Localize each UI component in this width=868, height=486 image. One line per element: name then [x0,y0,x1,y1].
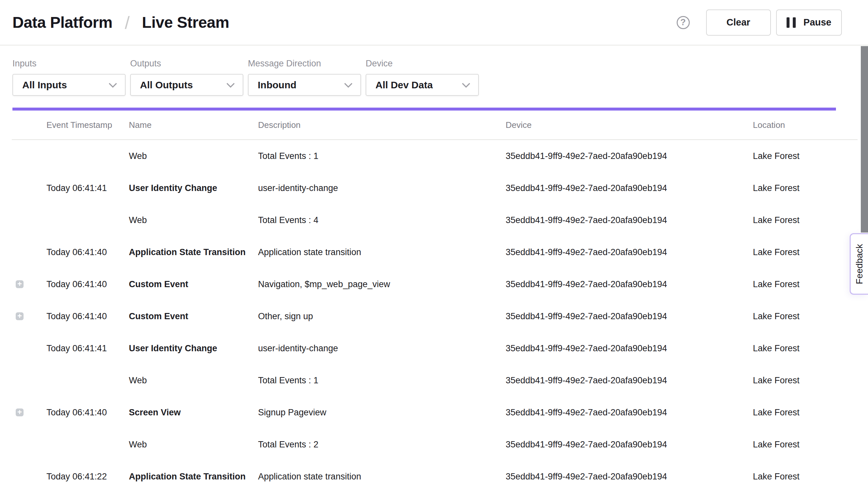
column-header-name: Name [129,120,258,130]
cell-location: Lake Forest [753,247,858,257]
chevron-down-icon [226,80,235,88]
cell-description: user-identity-change [258,343,506,354]
filter-label: Outputs [130,59,243,69]
cell-name: Custom Event [129,311,258,322]
cell-device: 35eddb41-9ff9-49e2-7aed-20afa90eb194 [506,311,753,322]
cell-timestamp: Today 06:41:22 [46,472,129,482]
chevron-down-icon [462,80,470,88]
feedback-tab[interactable]: Feedback [850,233,868,295]
chevron-down-icon [344,80,352,88]
column-header-event-timestamp: Event Timestamp [46,120,129,130]
cell-location: Lake Forest [753,375,858,386]
cell-description: Application state transition [258,247,506,257]
cell-description: Signup Pageview [258,407,506,418]
inputs-select[interactable]: All Inputs [12,74,126,96]
cell-timestamp: Today 06:41:40 [46,247,129,257]
cell-device: 35eddb41-9ff9-49e2-7aed-20afa90eb194 [506,472,753,482]
cell-location: Lake Forest [753,215,858,225]
events-table: Event Timestamp Name Description Device … [12,111,858,486]
cell-device: 35eddb41-9ff9-49e2-7aed-20afa90eb194 [506,151,753,161]
pause-button-label: Pause [804,17,831,28]
cell-location: Lake Forest [753,407,858,418]
table-row: Web Total Events : 4 35eddb41-9ff9-49e2-… [12,204,858,236]
device-select-value: All Dev Data [375,80,433,91]
cell-timestamp: Today 06:41:40 [46,407,129,418]
cell-device: 35eddb41-9ff9-49e2-7aed-20afa90eb194 [506,215,753,225]
cell-description: Total Events : 1 [258,375,506,386]
message-direction-select-value: Inbound [258,80,296,91]
cell-description: Total Events : 4 [258,215,506,225]
cell-timestamp: Today 06:41:40 [46,311,129,322]
cell-timestamp: Today 06:41:40 [46,279,129,290]
cell-device: 35eddb41-9ff9-49e2-7aed-20afa90eb194 [506,279,753,290]
cell-description: Other, sign up [258,311,506,322]
table-row: Web Total Events : 1 35eddb41-9ff9-49e2-… [12,364,858,396]
filter-label: Inputs [12,59,126,69]
column-header-description: Description [258,120,506,130]
cell-location: Lake Forest [753,439,858,450]
table-body: Web Total Events : 1 35eddb41-9ff9-49e2-… [12,140,858,486]
table-row: Today 06:41:40 Custom Event Other, sign … [12,300,858,332]
pause-button[interactable]: Pause [776,9,842,36]
table-header: Event Timestamp Name Description Device … [12,111,858,140]
table-row: Today 06:41:22 Application State Transit… [12,460,858,486]
column-header-location: Location [753,120,858,130]
cell-name: Application State Transition [129,247,258,257]
cell-device: 35eddb41-9ff9-49e2-7aed-20afa90eb194 [506,407,753,418]
table-row: Today 06:41:40 Screen View Signup Pagevi… [12,396,858,428]
breadcrumb-item-data-platform[interactable]: Data Platform [12,13,113,31]
table-row: Today 06:41:40 Custom Event Navigation, … [12,268,858,300]
filter-inputs: Inputs All Inputs [12,59,126,96]
filters-bar: Inputs All Inputs Outputs All Outputs Me… [0,45,868,96]
filter-device: Device All Dev Data [366,59,479,96]
cell-location: Lake Forest [753,183,858,193]
outputs-select-value: All Outputs [140,80,193,91]
column-header-device: Device [506,120,753,130]
cell-timestamp: Today 06:41:41 [46,183,129,193]
breadcrumb-separator-icon: / [125,12,130,33]
cell-location: Lake Forest [753,151,858,161]
table-row: Web Total Events : 1 35eddb41-9ff9-49e2-… [12,140,858,172]
cell-location: Lake Forest [753,279,858,290]
cell-name: Custom Event [129,279,258,290]
expand-row-icon[interactable] [16,408,24,416]
table-row: Web Total Events : 2 35eddb41-9ff9-49e2-… [12,428,858,460]
breadcrumb-item-live-stream: Live Stream [142,13,229,31]
chevron-down-icon [108,80,117,88]
cell-location: Lake Forest [753,311,858,322]
breadcrumb: Data Platform / Live Stream [12,12,229,33]
cell-description: Navigation, $mp_web_page_view [258,279,506,290]
cell-device: 35eddb41-9ff9-49e2-7aed-20afa90eb194 [506,343,753,354]
cell-device: 35eddb41-9ff9-49e2-7aed-20afa90eb194 [506,439,753,450]
cell-device: 35eddb41-9ff9-49e2-7aed-20afa90eb194 [506,183,753,193]
cell-name: User Identity Change [129,183,258,193]
cell-name: Web [129,151,258,161]
cell-description: Total Events : 1 [258,151,506,161]
clear-button[interactable]: Clear [706,9,771,36]
cell-location: Lake Forest [753,472,858,482]
cell-description: Total Events : 2 [258,439,506,450]
filter-label: Device [366,59,479,69]
topbar-actions: ? Clear Pause [677,9,842,36]
filter-message-direction: Message Direction Inbound [248,59,361,96]
filter-outputs: Outputs All Outputs [130,59,243,96]
device-select[interactable]: All Dev Data [366,74,479,96]
cell-name: Web [129,375,258,386]
cell-device: 35eddb41-9ff9-49e2-7aed-20afa90eb194 [506,247,753,257]
cell-location: Lake Forest [753,343,858,354]
outputs-select[interactable]: All Outputs [130,74,243,96]
cell-name: User Identity Change [129,343,258,354]
expand-row-icon[interactable] [16,280,24,288]
pause-icon [786,17,796,28]
cell-device: 35eddb41-9ff9-49e2-7aed-20afa90eb194 [506,375,753,386]
message-direction-select[interactable]: Inbound [248,74,361,96]
expand-row-icon[interactable] [16,312,24,320]
scrollbar-thumb[interactable] [861,46,868,233]
cell-name: Screen View [129,407,258,418]
help-icon[interactable]: ? [677,16,690,29]
inputs-select-value: All Inputs [22,80,67,91]
topbar: Data Platform / Live Stream ? Clear Paus… [0,0,868,45]
feedback-tab-label: Feedback [854,244,865,284]
table-row: Today 06:41:41 User Identity Change user… [12,172,858,204]
stream-progress-bar [12,108,836,111]
